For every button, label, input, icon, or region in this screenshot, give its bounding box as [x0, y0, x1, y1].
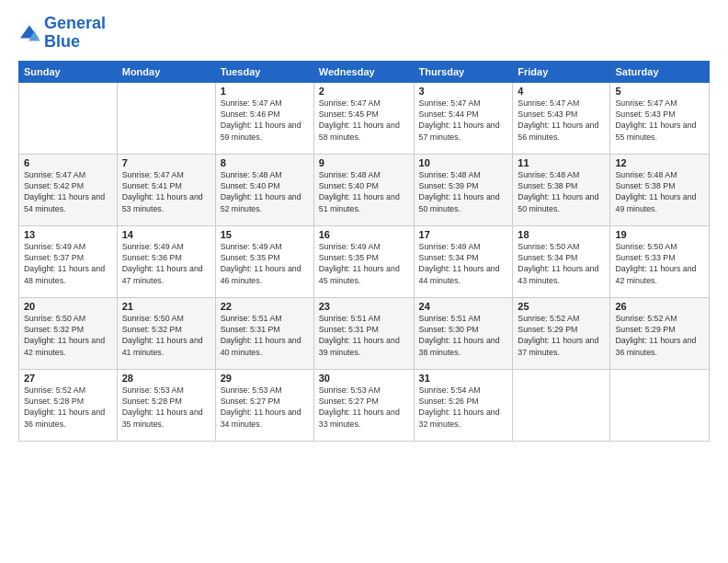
calendar-table: SundayMondayTuesdayWednesdayThursdayFrid… [18, 61, 710, 442]
calendar-cell: 4 Sunrise: 5:47 AM Sunset: 5:43 PM Dayli… [513, 82, 610, 154]
day-info: Sunrise: 5:50 AM Sunset: 5:33 PM Dayligh… [615, 241, 704, 286]
day-info: Sunrise: 5:52 AM Sunset: 5:29 PM Dayligh… [518, 313, 605, 358]
day-info: Sunrise: 5:47 AM Sunset: 5:42 PM Dayligh… [24, 169, 112, 214]
weekday-header-saturday: Saturday [610, 61, 710, 82]
day-info: Sunrise: 5:54 AM Sunset: 5:26 PM Dayligh… [419, 385, 508, 430]
calendar-cell: 23 Sunrise: 5:51 AM Sunset: 5:31 PM Dayl… [313, 297, 414, 369]
day-info: Sunrise: 5:47 AM Sunset: 5:43 PM Dayligh… [615, 98, 704, 143]
calendar-cell: 9 Sunrise: 5:48 AM Sunset: 5:40 PM Dayli… [313, 154, 414, 225]
calendar-cell: 10 Sunrise: 5:48 AM Sunset: 5:39 PM Dayl… [414, 154, 513, 225]
day-number: 5 [615, 86, 704, 97]
calendar-cell [117, 82, 215, 154]
day-number: 27 [24, 373, 112, 384]
day-number: 19 [615, 229, 704, 240]
day-number: 24 [419, 301, 508, 312]
calendar-cell: 18 Sunrise: 5:50 AM Sunset: 5:34 PM Dayl… [513, 225, 610, 297]
day-number: 11 [518, 157, 605, 168]
calendar-cell: 22 Sunrise: 5:51 AM Sunset: 5:31 PM Dayl… [215, 297, 313, 369]
calendar-cell: 2 Sunrise: 5:47 AM Sunset: 5:45 PM Dayli… [313, 82, 414, 154]
calendar-cell: 6 Sunrise: 5:47 AM Sunset: 5:42 PM Dayli… [19, 154, 118, 225]
day-info: Sunrise: 5:49 AM Sunset: 5:37 PM Dayligh… [24, 241, 112, 286]
day-number: 1 [221, 86, 309, 97]
calendar-cell: 25 Sunrise: 5:52 AM Sunset: 5:29 PM Dayl… [513, 297, 610, 369]
day-info: Sunrise: 5:48 AM Sunset: 5:40 PM Dayligh… [221, 169, 309, 214]
day-info: Sunrise: 5:50 AM Sunset: 5:32 PM Dayligh… [122, 313, 210, 358]
day-number: 8 [221, 157, 309, 168]
day-info: Sunrise: 5:49 AM Sunset: 5:34 PM Dayligh… [419, 241, 508, 286]
day-number: 31 [419, 373, 508, 384]
calendar-cell: 11 Sunrise: 5:48 AM Sunset: 5:38 PM Dayl… [513, 154, 610, 225]
day-info: Sunrise: 5:48 AM Sunset: 5:38 PM Dayligh… [518, 169, 605, 214]
day-info: Sunrise: 5:49 AM Sunset: 5:35 PM Dayligh… [221, 241, 309, 286]
day-info: Sunrise: 5:47 AM Sunset: 5:45 PM Dayligh… [319, 98, 409, 143]
day-info: Sunrise: 5:47 AM Sunset: 5:44 PM Dayligh… [419, 98, 508, 143]
calendar-week-2: 6 Sunrise: 5:47 AM Sunset: 5:42 PM Dayli… [19, 154, 710, 225]
calendar-cell: 1 Sunrise: 5:47 AM Sunset: 5:46 PM Dayli… [215, 82, 313, 154]
day-info: Sunrise: 5:47 AM Sunset: 5:46 PM Dayligh… [221, 98, 309, 143]
day-number: 30 [319, 373, 409, 384]
calendar-cell: 7 Sunrise: 5:47 AM Sunset: 5:41 PM Dayli… [117, 154, 215, 225]
day-number: 25 [518, 301, 605, 312]
day-number: 26 [615, 301, 704, 312]
calendar-cell: 31 Sunrise: 5:54 AM Sunset: 5:26 PM Dayl… [414, 369, 513, 441]
day-info: Sunrise: 5:50 AM Sunset: 5:32 PM Dayligh… [24, 313, 112, 358]
calendar-cell: 12 Sunrise: 5:48 AM Sunset: 5:38 PM Dayl… [610, 154, 710, 225]
day-info: Sunrise: 5:53 AM Sunset: 5:28 PM Dayligh… [122, 385, 210, 430]
calendar-cell: 27 Sunrise: 5:52 AM Sunset: 5:28 PM Dayl… [19, 369, 118, 441]
day-number: 22 [221, 301, 309, 312]
calendar-week-5: 27 Sunrise: 5:52 AM Sunset: 5:28 PM Dayl… [19, 369, 710, 441]
day-info: Sunrise: 5:53 AM Sunset: 5:27 PM Dayligh… [221, 385, 309, 430]
day-number: 3 [419, 86, 508, 97]
calendar-cell: 8 Sunrise: 5:48 AM Sunset: 5:40 PM Dayli… [215, 154, 313, 225]
calendar-cell: 28 Sunrise: 5:53 AM Sunset: 5:28 PM Dayl… [117, 369, 215, 441]
day-number: 16 [319, 229, 409, 240]
calendar-week-1: 1 Sunrise: 5:47 AM Sunset: 5:46 PM Dayli… [19, 82, 710, 154]
day-info: Sunrise: 5:47 AM Sunset: 5:43 PM Dayligh… [518, 98, 605, 143]
day-number: 17 [419, 229, 508, 240]
calendar-week-4: 20 Sunrise: 5:50 AM Sunset: 5:32 PM Dayl… [19, 297, 710, 369]
day-number: 29 [221, 373, 309, 384]
header: General Blue [18, 15, 710, 52]
calendar-cell: 19 Sunrise: 5:50 AM Sunset: 5:33 PM Dayl… [610, 225, 710, 297]
day-number: 10 [419, 157, 508, 168]
weekday-header-friday: Friday [513, 61, 610, 82]
calendar-cell: 29 Sunrise: 5:53 AM Sunset: 5:27 PM Dayl… [215, 369, 313, 441]
day-info: Sunrise: 5:49 AM Sunset: 5:35 PM Dayligh… [319, 241, 409, 286]
calendar-cell: 16 Sunrise: 5:49 AM Sunset: 5:35 PM Dayl… [313, 225, 414, 297]
day-number: 21 [122, 301, 210, 312]
day-info: Sunrise: 5:52 AM Sunset: 5:29 PM Dayligh… [615, 313, 704, 358]
calendar-cell: 26 Sunrise: 5:52 AM Sunset: 5:29 PM Dayl… [610, 297, 710, 369]
calendar-cell: 15 Sunrise: 5:49 AM Sunset: 5:35 PM Dayl… [215, 225, 313, 297]
day-number: 12 [615, 157, 704, 168]
weekday-header-monday: Monday [117, 61, 215, 82]
calendar-cell [610, 369, 710, 441]
page: General Blue SundayMondayTuesdayWednesda… [0, 0, 728, 563]
calendar-cell: 3 Sunrise: 5:47 AM Sunset: 5:44 PM Dayli… [414, 82, 513, 154]
weekday-header-tuesday: Tuesday [215, 61, 313, 82]
day-info: Sunrise: 5:53 AM Sunset: 5:27 PM Dayligh… [319, 385, 409, 430]
day-number: 28 [122, 373, 210, 384]
calendar-cell: 14 Sunrise: 5:49 AM Sunset: 5:36 PM Dayl… [117, 225, 215, 297]
day-number: 2 [319, 86, 409, 97]
calendar-cell [19, 82, 118, 154]
weekday-header-wednesday: Wednesday [313, 61, 414, 82]
day-number: 20 [24, 301, 112, 312]
day-info: Sunrise: 5:51 AM Sunset: 5:31 PM Dayligh… [221, 313, 309, 358]
day-info: Sunrise: 5:50 AM Sunset: 5:34 PM Dayligh… [518, 241, 605, 286]
calendar-cell: 21 Sunrise: 5:50 AM Sunset: 5:32 PM Dayl… [117, 297, 215, 369]
day-info: Sunrise: 5:51 AM Sunset: 5:31 PM Dayligh… [319, 313, 409, 358]
day-number: 14 [122, 229, 210, 240]
day-number: 18 [518, 229, 605, 240]
day-number: 13 [24, 229, 112, 240]
weekday-header-thursday: Thursday [414, 61, 513, 82]
day-number: 23 [319, 301, 409, 312]
day-number: 4 [518, 86, 605, 97]
calendar-cell: 13 Sunrise: 5:49 AM Sunset: 5:37 PM Dayl… [19, 225, 118, 297]
calendar-cell: 20 Sunrise: 5:50 AM Sunset: 5:32 PM Dayl… [19, 297, 118, 369]
calendar-week-3: 13 Sunrise: 5:49 AM Sunset: 5:37 PM Dayl… [19, 225, 710, 297]
logo: General Blue [18, 15, 106, 52]
calendar-cell: 24 Sunrise: 5:51 AM Sunset: 5:30 PM Dayl… [414, 297, 513, 369]
calendar-cell: 17 Sunrise: 5:49 AM Sunset: 5:34 PM Dayl… [414, 225, 513, 297]
logo-text: General Blue [44, 15, 106, 52]
day-number: 6 [24, 157, 112, 168]
